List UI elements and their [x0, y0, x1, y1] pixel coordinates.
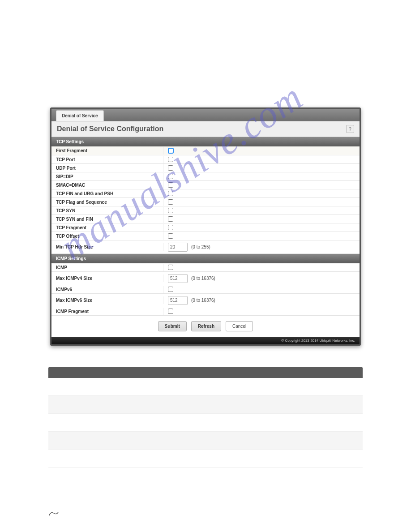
checkbox-tcp-fin-urg-psh[interactable]: [168, 191, 173, 196]
label-tcp-fin-urg-psh: TCP FIN and URG and PSH: [51, 190, 163, 197]
row-min-tcp-hdr: Min TCP Hdr Size (0 to 255): [51, 240, 360, 254]
page-title-bar: Denial of Service Configuration ?: [51, 121, 360, 137]
label-tcp-syn-fin: TCP SYN and FIN: [51, 215, 163, 223]
checkbox-udp-port[interactable]: [168, 165, 173, 171]
submit-button[interactable]: Submit: [158, 321, 187, 331]
checkbox-icmpv6[interactable]: [168, 287, 173, 292]
range-min-tcp-hdr: (0 to 255): [191, 245, 210, 249]
checkbox-tcp-offset[interactable]: [168, 233, 173, 239]
row-icmp-fragment: ICMP Fragment: [51, 307, 360, 316]
input-min-tcp-hdr[interactable]: [168, 243, 188, 252]
row-sip-dip: SIP=DIP: [51, 172, 360, 181]
row-tcp-port: TCP Port: [51, 155, 360, 164]
config-screenshot: Denial of Service Denial of Service Conf…: [50, 107, 361, 346]
section-header-tcp: TCP Settings: [51, 137, 360, 146]
row-tcp-flag-seq: TCP Flag and Sequence: [51, 198, 360, 206]
row-icmp: ICMP: [51, 263, 360, 272]
checkbox-icmp[interactable]: [168, 265, 173, 270]
field-table-row: [48, 450, 363, 468]
row-first-fragment: First Fragment: [51, 146, 360, 155]
tab-denial-of-service[interactable]: Denial of Service: [56, 110, 104, 121]
label-sip-dip: SIP=DIP: [51, 173, 163, 180]
copyright-footer: © Copyright 2013-2014 Ubiquiti Networks,…: [51, 337, 360, 344]
cancel-button[interactable]: Cancel: [226, 321, 253, 331]
label-icmp: ICMP: [51, 264, 163, 271]
row-smac-dmac: SMAC=DMAC: [51, 181, 360, 189]
label-udp-port: UDP Port: [51, 164, 163, 172]
label-icmpv6: ICMPv6: [51, 286, 163, 293]
label-max-icmpv4: Max ICMPv4 Size: [51, 275, 163, 282]
input-max-icmpv4[interactable]: [168, 274, 188, 283]
row-tcp-syn-fin: TCP SYN and FIN: [51, 215, 360, 223]
page-title: Denial of Service Configuration: [57, 125, 163, 133]
tab-bar: Denial of Service: [51, 109, 360, 121]
range-max-icmpv4: (0 to 16376): [191, 276, 215, 281]
row-tcp-fin-urg-psh: TCP FIN and URG and PSH: [51, 189, 360, 198]
label-tcp-syn: TCP SYN: [51, 207, 163, 215]
row-udp-port: UDP Port: [51, 164, 360, 172]
label-tcp-offset: TCP Offset: [51, 232, 163, 240]
row-tcp-offset: TCP Offset: [51, 232, 360, 240]
field-table-row: [48, 396, 363, 414]
label-min-tcp-hdr: Min TCP Hdr Size: [51, 243, 163, 251]
refresh-button[interactable]: Refresh: [191, 321, 221, 331]
checkbox-icmp-fragment[interactable]: [168, 309, 173, 314]
field-table-row: [48, 432, 363, 450]
checkbox-tcp-syn-fin[interactable]: [168, 216, 173, 222]
row-icmpv6: ICMPv6: [51, 285, 360, 294]
row-max-icmpv4: Max ICMPv4 Size (0 to 16376): [51, 272, 360, 285]
ubiquiti-logo-icon: [48, 511, 59, 516]
field-table-row: [48, 378, 363, 396]
range-max-icmpv6: (0 to 16376): [191, 298, 215, 303]
checkbox-smac-dmac[interactable]: [168, 182, 173, 188]
checkbox-tcp-flag-seq[interactable]: [168, 199, 173, 205]
label-first-fragment: First Fragment: [51, 147, 163, 154]
help-button[interactable]: ?: [346, 125, 354, 133]
field-table-header: [48, 367, 363, 378]
input-max-icmpv6[interactable]: [168, 296, 188, 305]
label-tcp-port: TCP Port: [51, 156, 163, 163]
label-tcp-fragment: TCP Fragment: [51, 224, 163, 232]
svg-point-0: [49, 515, 50, 515]
checkbox-tcp-syn[interactable]: [168, 208, 173, 213]
checkbox-first-fragment[interactable]: [168, 148, 174, 154]
row-max-icmpv6: Max ICMPv6 Size (0 to 16376): [51, 294, 360, 307]
button-bar: Submit Refresh Cancel: [51, 316, 360, 337]
label-smac-dmac: SMAC=DMAC: [51, 181, 163, 189]
section-header-icmp: ICMP Settings: [51, 254, 360, 263]
row-tcp-fragment: TCP Fragment: [51, 223, 360, 232]
row-tcp-syn: TCP SYN: [51, 206, 360, 215]
label-tcp-flag-seq: TCP Flag and Sequence: [51, 198, 163, 206]
checkbox-tcp-fragment[interactable]: [168, 225, 173, 230]
label-icmp-fragment: ICMP Fragment: [51, 308, 163, 315]
label-max-icmpv6: Max ICMPv6 Size: [51, 296, 163, 304]
checkbox-sip-dip[interactable]: [168, 174, 173, 179]
field-table: [48, 367, 363, 468]
field-table-row: [48, 414, 363, 432]
checkbox-tcp-port[interactable]: [168, 157, 173, 162]
